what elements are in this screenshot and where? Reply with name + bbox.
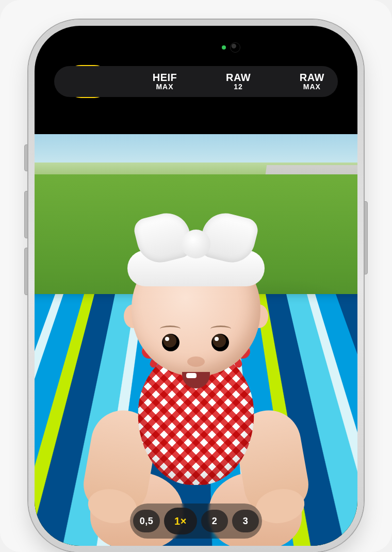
dynamic-island	[144, 37, 248, 58]
iphone-device-frame: RAW MAX HEIF MAX RAW 12 RAW MAX	[28, 20, 364, 552]
headband-bow	[137, 212, 255, 269]
format-option-line1: HEIF	[153, 72, 177, 83]
format-option-line2: MAX	[156, 83, 173, 91]
format-option-line1: RAW	[226, 72, 251, 83]
format-option-line2: MAX	[303, 83, 321, 91]
baby-brow-left	[160, 326, 181, 332]
zoom-label: 3	[243, 516, 249, 527]
zoom-0-5x-button[interactable]: 0,5	[133, 510, 160, 532]
iphone-screen: RAW MAX HEIF MAX RAW 12 RAW MAX	[35, 26, 357, 546]
format-option-row: HEIF MAX RAW 12 RAW MAX	[54, 66, 338, 97]
format-option-raw-12[interactable]: RAW 12	[226, 72, 251, 91]
baby-nose	[187, 356, 205, 367]
baby-eye-left	[162, 334, 179, 351]
baby-eye-right	[211, 334, 229, 351]
format-option-line1: RAW	[300, 72, 324, 83]
zoom-label: 0,5	[140, 516, 154, 527]
format-option-raw-max[interactable]: RAW MAX	[300, 72, 324, 91]
camera-privacy-indicator-icon	[222, 45, 226, 50]
baby-brow-right	[210, 326, 231, 332]
page-root: RAW MAX HEIF MAX RAW 12 RAW MAX	[0, 0, 392, 552]
zoom-3x-button[interactable]: 3	[232, 510, 259, 532]
format-option-heif-max[interactable]: HEIF MAX	[153, 72, 177, 91]
zoom-label: 1×	[174, 515, 187, 527]
scene-baby	[83, 214, 309, 544]
zoom-2x-button[interactable]: 2	[201, 510, 228, 532]
front-camera-icon	[230, 42, 240, 53]
zoom-label: 2	[212, 516, 218, 527]
camera-viewfinder[interactable]: 0,5 1× 2 3	[35, 134, 357, 546]
zoom-1x-button[interactable]: 1×	[164, 508, 197, 534]
zoom-control: 0,5 1× 2 3	[130, 504, 262, 539]
format-option-line2: 12	[234, 83, 243, 91]
bow-knot	[182, 230, 210, 258]
